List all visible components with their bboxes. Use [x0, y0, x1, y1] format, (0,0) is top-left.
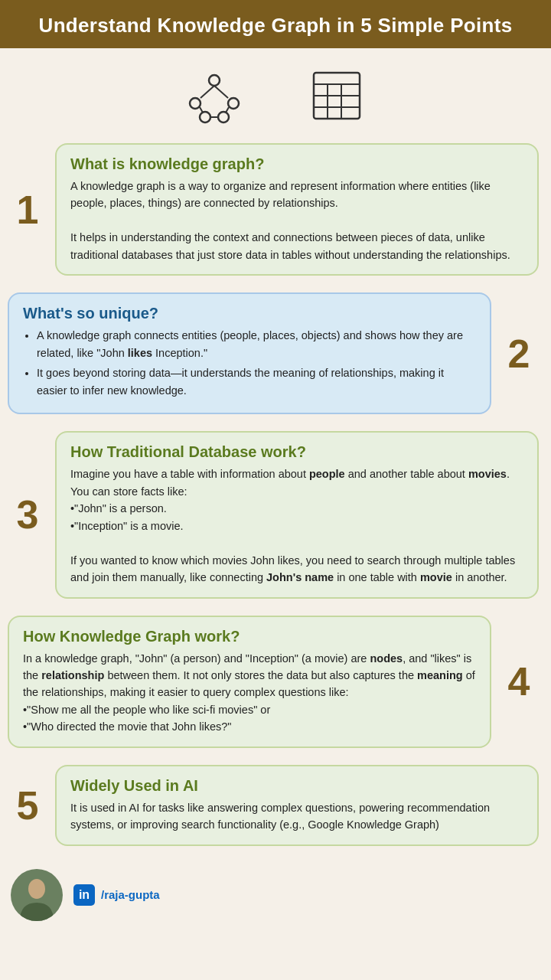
section-5-body: It is used in AI for tasks like answerin…	[70, 799, 523, 834]
section-4-title: How Knowledge Graph work?	[23, 628, 476, 645]
section-2-number: 2	[499, 334, 539, 374]
section-5-card: Widely Used in AI It is used in AI for t…	[55, 765, 539, 846]
linkedin-icon: in	[73, 884, 95, 906]
section-2-body: A knowledge graph connects entities (peo…	[23, 327, 476, 399]
svg-line-8	[226, 107, 229, 113]
svg-point-2	[228, 98, 239, 109]
section-3-title: How Traditional Database work?	[70, 443, 523, 461]
svg-point-1	[190, 98, 201, 109]
section-5-number: 5	[8, 786, 47, 825]
section-2-title: What's so unique?	[23, 305, 476, 322]
footer: in /raja-gupta	[0, 858, 551, 936]
header-title: Understand Knowledge Graph in 5 Simple P…	[39, 14, 513, 37]
header: Understand Knowledge Graph in 5 Simple P…	[0, 0, 551, 48]
section-4-body: In a knowledge graph, "John" (a person) …	[23, 650, 476, 736]
svg-point-4	[218, 112, 229, 122]
section-3-number: 3	[8, 495, 47, 534]
database-icon	[306, 65, 367, 126]
section-2-card: What's so unique? A knowledge graph conn…	[8, 292, 491, 414]
section-4: 4 How Knowledge Graph work? In a knowled…	[0, 611, 551, 753]
section-5: 5 Widely Used in AI It is used in AI for…	[0, 760, 551, 851]
svg-point-0	[209, 75, 220, 86]
svg-point-3	[200, 112, 210, 122]
section-2: 2 What's so unique? A knowledge graph co…	[0, 288, 551, 419]
icons-row	[0, 48, 551, 139]
linkedin-row[interactable]: in /raja-gupta	[73, 884, 160, 906]
section-5-title: Widely Used in AI	[70, 777, 523, 795]
svg-line-5	[201, 86, 214, 98]
section-3-card: How Traditional Database work? Imagine y…	[55, 431, 539, 598]
section-4-card: How Knowledge Graph work? In a knowledge…	[8, 616, 491, 748]
section-3: 3 How Traditional Database work? Imagine…	[0, 426, 551, 603]
section-1-card: What is knowledge graph? A knowledge gra…	[55, 143, 539, 276]
linkedin-handle: /raja-gupta	[101, 888, 160, 901]
section-1-title: What is knowledge graph?	[70, 155, 523, 173]
svg-point-16	[28, 879, 45, 899]
avatar	[11, 869, 63, 921]
graph-icon	[184, 65, 245, 126]
person-icon	[17, 875, 57, 921]
section-4-number: 4	[499, 662, 539, 701]
section-1-body: A knowledge graph is a way to organize a…	[70, 178, 523, 263]
section-3-body: Imagine you have a table with informatio…	[70, 466, 523, 586]
svg-line-7	[200, 107, 203, 113]
svg-line-6	[214, 86, 228, 98]
section-1: 1 What is knowledge graph? A knowledge g…	[0, 139, 551, 280]
section-1-number: 1	[8, 190, 47, 230]
